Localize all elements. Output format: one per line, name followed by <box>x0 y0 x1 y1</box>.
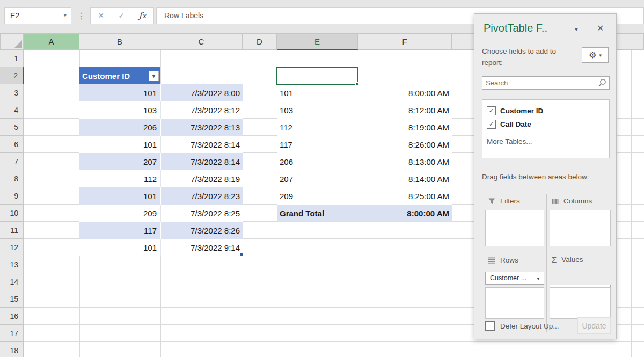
row-header-11[interactable]: 11 <box>0 222 24 239</box>
autofilter-button[interactable]: ▾ <box>149 71 159 81</box>
cell-f10-grand-total-value[interactable]: 8:00:00 AM <box>358 205 452 222</box>
row-header-3[interactable]: 3 <box>0 84 24 101</box>
row-header-2[interactable]: 2 <box>0 67 24 84</box>
source-table-header-customer-id[interactable]: Customer ID ▾ <box>79 67 160 84</box>
column-header-h[interactable] <box>631 33 644 50</box>
cell-c9[interactable]: 7/3/2022 8:23 <box>160 187 243 205</box>
pill-label: Customer ... <box>490 274 526 282</box>
cell-c7[interactable]: 7/3/2022 8:14 <box>160 153 243 170</box>
name-box[interactable]: E2 ▾ <box>4 7 71 24</box>
cell-e5[interactable]: 112 <box>277 119 358 136</box>
row-header-1[interactable]: 1 <box>0 50 24 67</box>
cell-f9[interactable]: 8:25:00 AM <box>358 187 452 205</box>
tools-button[interactable]: ⚙ ▾ <box>582 47 609 63</box>
column-header-b[interactable]: B <box>79 33 160 50</box>
panel-close-icon[interactable]: ✕ <box>597 23 604 33</box>
filters-drop-area[interactable] <box>485 210 544 246</box>
cell-f7[interactable]: 8:13:00 AM <box>358 153 452 170</box>
cell-e7[interactable]: 206 <box>277 153 358 170</box>
panel-title-caret-icon[interactable]: ▼ <box>574 26 579 32</box>
column-header-f[interactable]: F <box>358 33 452 50</box>
row-header-6[interactable]: 6 <box>0 136 24 153</box>
checkbox-checked[interactable]: ✓ <box>487 120 496 129</box>
gear-icon: ⚙ <box>589 50 596 60</box>
column-header-d[interactable]: D <box>243 33 277 50</box>
row-header-9[interactable]: 9 <box>0 187 24 205</box>
rows-field-pill[interactable]: Customer ... ▼ <box>485 272 544 285</box>
fill-handle[interactable] <box>355 82 359 86</box>
cell-f3[interactable]: 8:00:00 AM <box>358 84 452 101</box>
cell-e3[interactable]: 101 <box>277 84 358 101</box>
name-box-caret-icon[interactable]: ▾ <box>63 12 67 19</box>
cell-c11[interactable]: 7/3/2022 8:26 <box>160 222 243 239</box>
cell-b5[interactable]: 206 <box>79 119 160 136</box>
row-header-4[interactable]: 4 <box>0 101 24 119</box>
cell-e10-grand-total[interactable]: Grand Total <box>277 205 358 222</box>
defer-layout-checkbox[interactable] <box>485 321 495 331</box>
cell-f8[interactable]: 8:14:00 AM <box>358 170 452 187</box>
row-header-7[interactable]: 7 <box>0 153 24 170</box>
pivottable-fields-panel: PivotTable F.. ▼ ✕ Choose fields to add … <box>474 13 617 339</box>
cell-c10[interactable]: 7/3/2022 8:25 <box>160 205 243 222</box>
cell-c3[interactable]: 7/3/2022 8:00 <box>160 84 243 101</box>
update-button[interactable]: Update <box>577 317 611 334</box>
row-header-10[interactable]: 10 <box>0 205 24 222</box>
cell-e4[interactable]: 103 <box>277 101 358 119</box>
field-label: Call Date <box>500 120 531 128</box>
enter-button[interactable]: ✓ <box>118 11 125 20</box>
row-header-12[interactable]: 12 <box>0 239 24 256</box>
cell-c5[interactable]: 7/3/2022 8:13 <box>160 119 243 136</box>
cell-e8[interactable]: 207 <box>277 170 358 187</box>
cell-b7[interactable]: 207 <box>79 153 160 170</box>
field-item-call-date[interactable]: ✓ Call Date <box>487 118 609 131</box>
choose-fields-label: Choose fields to add to report: <box>482 46 569 68</box>
cell-b8[interactable]: 112 <box>79 170 160 187</box>
row-header-5[interactable]: 5 <box>0 119 24 136</box>
cell-f6[interactable]: 8:26:00 AM <box>358 136 452 153</box>
search-input[interactable] <box>482 76 610 90</box>
table-resize-handle[interactable] <box>240 253 243 256</box>
cell-c12[interactable]: 7/3/2022 9:14 <box>160 239 243 256</box>
checkbox-checked[interactable]: ✓ <box>487 106 496 115</box>
values-drop-area[interactable] <box>550 287 611 319</box>
cell-c8[interactable]: 7/3/2022 8:19 <box>160 170 243 187</box>
area-label-text: Values <box>561 256 583 264</box>
check-icon: ✓ <box>489 121 494 128</box>
row-header-16[interactable]: 16 <box>0 308 24 325</box>
cell-e6[interactable]: 117 <box>277 136 358 153</box>
cell-b3[interactable]: 101 <box>79 84 160 101</box>
row-header-18[interactable]: 18 <box>0 342 24 357</box>
row-header-15[interactable]: 15 <box>0 290 24 308</box>
insert-function-button[interactable]: ƒx <box>139 11 147 20</box>
rows-drop-area[interactable] <box>485 287 544 319</box>
field-item-customer-id[interactable]: ✓ Customer ID <box>487 104 609 118</box>
cell-c4[interactable]: 7/3/2022 8:12 <box>160 101 243 119</box>
cell-b6[interactable]: 101 <box>79 136 160 153</box>
row-header-8[interactable]: 8 <box>0 170 24 187</box>
pill-caret-icon[interactable]: ▼ <box>536 276 540 281</box>
select-all-button[interactable] <box>0 33 24 50</box>
column-header-c[interactable]: C <box>160 33 243 50</box>
row-header-13[interactable]: 13 <box>0 256 24 273</box>
cell-f4[interactable]: 8:12:00 AM <box>358 101 452 119</box>
cell-f5[interactable]: 8:19:00 AM <box>358 119 452 136</box>
cell-b12[interactable]: 101 <box>79 239 160 256</box>
row-header-17[interactable]: 17 <box>0 325 24 342</box>
row-header-14[interactable]: 14 <box>0 273 24 290</box>
column-header-a[interactable]: A <box>24 33 79 50</box>
cell-b4[interactable]: 103 <box>79 101 160 119</box>
filter-funnel-icon <box>488 198 495 205</box>
cell-c6[interactable]: 7/3/2022 8:14 <box>160 136 243 153</box>
cell-b10[interactable]: 209 <box>79 205 160 222</box>
column-header-e[interactable]: E <box>277 33 358 50</box>
field-label: Customer ID <box>500 107 543 115</box>
cancel-button[interactable]: ✕ <box>98 11 104 20</box>
sigma-icon: Σ <box>552 255 557 264</box>
more-tables-link[interactable]: More Tables... <box>487 137 609 145</box>
cell-b9[interactable]: 101 <box>79 187 160 205</box>
filters-area-label: Filters <box>488 197 520 205</box>
columns-drop-area[interactable] <box>550 210 611 246</box>
field-search <box>482 76 610 90</box>
cell-b11[interactable]: 117 <box>79 222 160 239</box>
cell-e9[interactable]: 209 <box>277 187 358 205</box>
